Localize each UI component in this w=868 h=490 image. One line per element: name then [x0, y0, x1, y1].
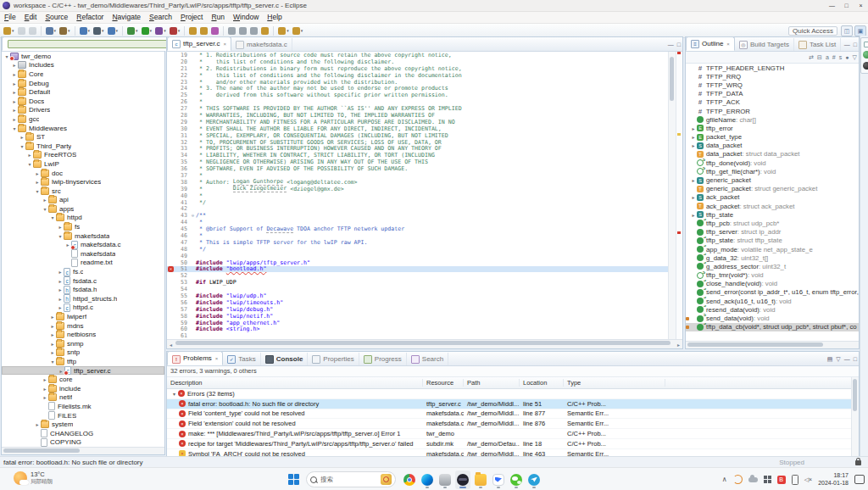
editor-tab-makefsdata-c[interactable]: makefsdata.c	[231, 38, 292, 51]
hscroll-thumb[interactable]	[3, 448, 80, 453]
expanded-arrow-icon[interactable]: ▾	[11, 125, 18, 131]
problem-row-3[interactable]: ×Field 'extension' could not be resolved…	[167, 419, 851, 429]
collapsed-arrow-icon[interactable]: ▸	[57, 304, 64, 310]
outline-item-close-handle-void[interactable]: Sclose_handle(void) : void	[686, 280, 859, 288]
collapsed-arrow-icon[interactable]: ▸	[11, 81, 18, 86]
problems-tab-problems[interactable]: !Problems×	[167, 351, 223, 365]
collapsed-arrow-icon[interactable]: ▸	[49, 314, 56, 320]
restore-view-icon[interactable]	[864, 42, 868, 47]
expanded-arrow-icon[interactable]: ▾	[170, 391, 178, 397]
column-header-resource[interactable]: Resource	[423, 379, 464, 387]
tree-item-middlewares[interactable]: ▾Middlewares	[2, 124, 164, 133]
taskbar-search[interactable]: 搜索	[306, 471, 396, 487]
tree-item-httpd[interactable]: ▾httpd	[2, 214, 164, 223]
collapsed-arrow-icon[interactable]: ▸	[34, 170, 41, 176]
outline-item-tftp-state[interactable]: ▸Stftp_state	[686, 210, 859, 219]
overview-error-mark[interactable]	[677, 231, 681, 234]
minimized-view-green-icon[interactable]	[863, 51, 868, 58]
minimized-view-dark-icon[interactable]	[863, 62, 868, 70]
collapsed-arrow-icon[interactable]: ▸	[34, 421, 41, 427]
tree-item-makefsdata[interactable]: ▾makefsdata	[2, 231, 164, 241]
collapsed-arrow-icon[interactable]: ▸	[57, 269, 64, 275]
collapsed-arrow-icon[interactable]: ▸	[42, 197, 48, 203]
tree-item-fsdata-h[interactable]: ▸hfsdata.h	[2, 285, 164, 294]
next-annotation-button[interactable]	[238, 25, 248, 36]
tree-item-sntp[interactable]: ▸sntp	[2, 348, 164, 358]
outline-toolbar-icon-0[interactable]: ⇄	[809, 54, 814, 61]
run-button[interactable]: ▾	[141, 25, 153, 36]
editor-header-icon-1[interactable]: □	[677, 38, 681, 51]
menu-source[interactable]: Source	[41, 12, 72, 23]
outline-tab-build-targets[interactable]: ◎Build Targets	[735, 38, 794, 51]
collapsed-arrow-icon[interactable]: ▸	[11, 116, 18, 122]
tree-item-makefsdata[interactable]: makefsdata	[2, 249, 164, 259]
outline-item-generic-packet[interactable]: ▸Sgeneric_packet	[686, 175, 859, 184]
save-button[interactable]	[17, 25, 26, 36]
outline-toolbar-icon-6[interactable]: ▽	[852, 54, 856, 61]
close-icon[interactable]: ×	[215, 356, 219, 361]
open-resource-button[interactable]	[199, 25, 209, 36]
outline-item-app-mode[interactable]: Sapp_mode : volatile net_app_state_e	[686, 245, 859, 253]
expanded-arrow-icon[interactable]: ▾	[19, 143, 25, 149]
tree-item-doc[interactable]: ▸doc	[2, 169, 164, 178]
run-external-button[interactable]: ▾	[169, 25, 181, 36]
outline-item-tftp-ack[interactable]: #TFTP_ACK	[686, 98, 859, 107]
menu-help[interactable]: Help	[263, 12, 286, 23]
menu-navigate[interactable]: Navigate	[108, 12, 145, 23]
hscroll-track[interactable]	[175, 340, 675, 348]
back-button[interactable]: ▾	[277, 25, 290, 36]
outline-item-send-ack-u16-t-u16-t[interactable]: Ssend_ack(u16_t, u16_t) : void	[686, 297, 859, 305]
collapsed-arrow-icon[interactable]: ▸	[690, 194, 697, 200]
skip-breakpoints-button[interactable]: ▾	[45, 25, 58, 36]
close-icon[interactable]: ×	[224, 42, 227, 47]
collapsed-arrow-icon[interactable]: ▸	[690, 212, 697, 218]
expanded-arrow-icon[interactable]: ▾	[42, 206, 48, 212]
tree-item-includes[interactable]: ▸Includes	[2, 61, 164, 70]
problems-header-icon-1[interactable]: ▽	[836, 353, 840, 365]
scroll-left-icon[interactable]: ◂	[167, 342, 175, 348]
collapsed-arrow-icon[interactable]: ▸	[57, 296, 64, 302]
outline-item-tftp-rrq[interactable]: #TFTP_RRQ	[686, 72, 859, 81]
outline-item-data-packet[interactable]: ▸Sdata_packet	[686, 142, 859, 150]
outline-toolbar-icon-4[interactable]: s	[839, 54, 843, 60]
editor-body[interactable]: 19 * 1. Redistributions of source code m…	[167, 52, 682, 339]
wechat-taskbar-icon[interactable]	[509, 471, 524, 489]
tree-item-httpd-c[interactable]: ▸chttpd.c	[2, 303, 164, 313]
outline-item-data-packet[interactable]: Tdata_packet : struct data_packet	[686, 150, 859, 159]
tree-item-lwip[interactable]: ▾LwIP	[2, 159, 164, 169]
tree-item-changelog[interactable]: CHANGELOG	[2, 429, 164, 438]
explorer-taskbar-icon[interactable]	[473, 471, 488, 489]
problems-group-row[interactable]: ▾×Errors (32 items)	[167, 389, 851, 399]
problems-tab-console[interactable]: Console	[261, 353, 309, 365]
menu-project[interactable]: Project	[176, 12, 207, 23]
toggle-mark-occurrences-button[interactable]	[227, 25, 236, 36]
tree-item-apps[interactable]: ▾apps	[2, 204, 164, 214]
collapsed-arrow-icon[interactable]: ▸	[11, 89, 18, 95]
eclipse-taskbar-icon[interactable]	[455, 471, 470, 489]
quick-access-button[interactable]: Quick Access	[788, 26, 837, 36]
outline-item-tftp-pcb[interactable]: Stftp_pcb : struct udp_pcb*	[686, 219, 859, 227]
outline-toolbar-icon-5[interactable]: ●	[845, 54, 849, 60]
cloud-tray-icon[interactable]	[748, 477, 758, 482]
collapsed-arrow-icon[interactable]: ▸	[57, 278, 64, 284]
weather-widget[interactable]: 13°C 局部晴朗	[14, 471, 53, 485]
outline-item-g-address-sector[interactable]: Sg_address_sector : uint32_t	[686, 262, 859, 270]
code-lines[interactable]: 19 * 1. Redistributions of source code m…	[167, 52, 668, 339]
menu-refactor[interactable]: Refactor	[72, 12, 108, 23]
tree-item-copying[interactable]: COPYING	[2, 438, 164, 447]
outline-item-tftp-error[interactable]: ▸Etftp_error	[686, 124, 859, 132]
problem-row-4[interactable]: ×make: *** [Middlewares/Third_Party/LwIP…	[167, 429, 851, 439]
collapsed-arrow-icon[interactable]: ▸	[11, 71, 18, 77]
tree-item-tftp-server-c[interactable]: ▸ctftp_server.c	[2, 366, 164, 376]
tree-item-readme-txt[interactable]: readme.txt	[2, 259, 164, 268]
column-header-description[interactable]: Description	[167, 379, 423, 387]
start-button[interactable]	[288, 474, 300, 486]
flash-target-button[interactable]: ▾	[107, 25, 120, 36]
outline-item-send-data-void[interactable]: Ssend_data(void) : void	[686, 314, 859, 322]
outline-toolbar-icon-1[interactable]: ⊟	[817, 54, 822, 61]
problems-header-icon-3[interactable]: □	[854, 353, 857, 365]
outline-item-tftp-tmr-void[interactable]: Stftp_tmr(void*) : void	[686, 271, 859, 280]
expanded-arrow-icon[interactable]: ▾	[34, 188, 41, 194]
outline-tab-outline[interactable]: ≡Outline×	[686, 36, 735, 51]
problems-tab-search[interactable]: Search	[407, 353, 448, 365]
